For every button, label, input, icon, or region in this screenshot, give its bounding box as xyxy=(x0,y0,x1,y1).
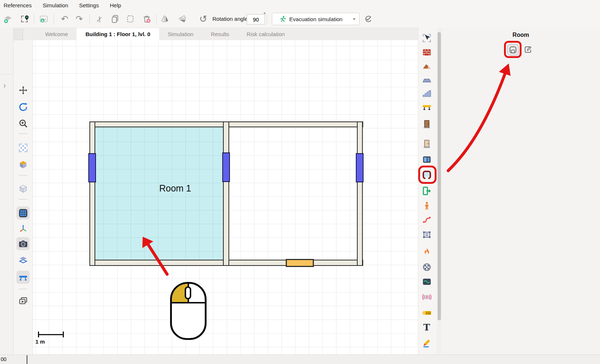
furniture-toggle-button[interactable] xyxy=(16,271,30,284)
room-shape-icon xyxy=(509,46,517,54)
grid-icon xyxy=(18,208,28,218)
orbit-rotate-button[interactable] xyxy=(16,100,30,113)
copy-icon xyxy=(110,14,120,24)
scrollbar-thumb[interactable] xyxy=(438,32,441,320)
divider xyxy=(19,199,27,200)
fire-tool-button[interactable] xyxy=(421,246,432,257)
flip-vertical-icon xyxy=(178,14,187,24)
flip-vertical-button[interactable] xyxy=(176,13,189,25)
apply-check-icon xyxy=(363,14,373,24)
text-tool-button[interactable]: T xyxy=(421,321,432,333)
media-viewer-button[interactable] xyxy=(16,294,30,307)
window-tool-button[interactable] xyxy=(421,154,432,165)
wall-right[interactable] xyxy=(357,121,363,266)
tab-results[interactable]: Results xyxy=(202,28,238,40)
platform-tool-button[interactable] xyxy=(421,74,432,86)
wall-middle[interactable] xyxy=(223,121,229,266)
draw-icon xyxy=(422,338,432,348)
select-tool-button[interactable] xyxy=(421,32,432,44)
menu-settings[interactable]: Settings xyxy=(79,2,99,8)
roof-tool-button[interactable] xyxy=(421,61,432,72)
stairs-tool-button[interactable] xyxy=(421,88,432,99)
add-level-button[interactable] xyxy=(2,13,14,25)
fan-tool-button[interactable] xyxy=(421,261,432,273)
wall-left[interactable] xyxy=(89,121,95,266)
grid-toggle-button[interactable] xyxy=(16,206,30,220)
buildings-location-button[interactable] xyxy=(19,13,31,25)
fit-view-button[interactable] xyxy=(16,141,30,154)
window-icon xyxy=(422,155,432,164)
zoom-in-button[interactable] xyxy=(16,117,30,130)
exit-tool-button[interactable] xyxy=(421,185,432,197)
main-toolbar: ↶ ↷ ✂ ↺ Rotation angle: ° Evacuation sim… xyxy=(0,10,600,28)
rotation-angle-input[interactable] xyxy=(247,14,265,24)
person-icon xyxy=(422,201,432,211)
person-tool-button[interactable] xyxy=(421,200,432,212)
rotate-ccw-icon: ↺ xyxy=(199,14,207,24)
menu-references[interactable]: References xyxy=(4,2,32,8)
mouse-scroll-wheel xyxy=(185,286,191,299)
wall-tool-button[interactable] xyxy=(421,46,432,58)
toolbar-separator xyxy=(89,14,90,24)
tab-risk-calculation[interactable]: Risk calculation xyxy=(238,28,293,40)
tab-simulation[interactable]: Simulation xyxy=(159,28,202,40)
room-tool-button[interactable] xyxy=(421,169,432,181)
export-image-button[interactable] xyxy=(38,13,50,25)
path-tool-button[interactable] xyxy=(421,213,432,225)
undo-button[interactable]: ↶ xyxy=(58,13,71,25)
room-edit-button[interactable] xyxy=(523,44,533,55)
expand-panel-chevron-icon[interactable]: › xyxy=(3,81,6,90)
cut-icon: ✂ xyxy=(95,15,104,23)
window-middle[interactable] xyxy=(222,152,230,182)
layers-button[interactable] xyxy=(16,253,30,266)
mouse-body-divider xyxy=(172,302,205,303)
undo-icon: ↶ xyxy=(61,15,68,23)
delete-button[interactable] xyxy=(141,13,153,25)
divider xyxy=(19,175,27,175)
evacuation-simulation-button[interactable]: Evacuation simulation xyxy=(272,13,350,25)
menu-help[interactable]: Help xyxy=(110,2,121,8)
draw-tool-button[interactable] xyxy=(421,337,432,349)
paste-button[interactable] xyxy=(124,13,136,25)
sensor-tool-button[interactable] xyxy=(421,276,432,287)
furniture-icon xyxy=(18,272,28,282)
door-bottom[interactable] xyxy=(286,259,314,267)
door-tool-button[interactable] xyxy=(421,118,432,130)
divider xyxy=(19,133,27,134)
tab-welcome[interactable]: Welcome xyxy=(36,28,77,40)
flip-horizontal-button[interactable] xyxy=(159,13,171,25)
object-3d-button[interactable] xyxy=(16,182,30,195)
roof-icon xyxy=(422,62,432,71)
path-icon xyxy=(422,214,432,224)
redo-button[interactable]: ↷ xyxy=(73,13,85,25)
orbit-rotate-icon xyxy=(18,102,28,112)
object-toolbar-scrollbar[interactable] xyxy=(437,28,442,355)
room-icon xyxy=(422,170,432,180)
rotate-ccw-button[interactable]: ↺ xyxy=(197,13,209,25)
copy-button[interactable] xyxy=(109,13,121,25)
bench-icon xyxy=(422,102,432,112)
zone-icon xyxy=(422,230,432,240)
tab-building-floor[interactable]: Building 1 : Floor 1, lvl. 0 xyxy=(77,28,159,40)
measure-tool-button[interactable] xyxy=(421,307,432,318)
apply-check-button[interactable] xyxy=(362,13,374,25)
cut-button[interactable]: ✂ xyxy=(93,13,106,25)
axes-icon xyxy=(18,224,28,234)
window-right[interactable] xyxy=(356,153,364,182)
menu-simulation[interactable]: Simulation xyxy=(43,2,68,8)
door-open-tool-button[interactable] xyxy=(421,138,432,150)
layers-icon xyxy=(18,255,28,265)
evacuation-dropdown-button[interactable]: ▼ xyxy=(349,13,359,25)
bench-tool-button[interactable] xyxy=(421,101,432,113)
platform-icon xyxy=(422,75,432,85)
alarm-tool-button[interactable] xyxy=(421,291,432,303)
view-3d-button[interactable] xyxy=(16,158,30,171)
screenshot-camera-button[interactable] xyxy=(16,237,30,250)
zone-tool-button[interactable] xyxy=(421,229,432,240)
axes-toggle-button[interactable] xyxy=(16,222,30,235)
room-shape-button[interactable] xyxy=(507,44,519,55)
status-left-text: 00 xyxy=(1,356,7,362)
window-left[interactable] xyxy=(88,153,96,182)
object-3d-icon xyxy=(18,184,28,194)
move-tool-button[interactable] xyxy=(16,84,30,97)
